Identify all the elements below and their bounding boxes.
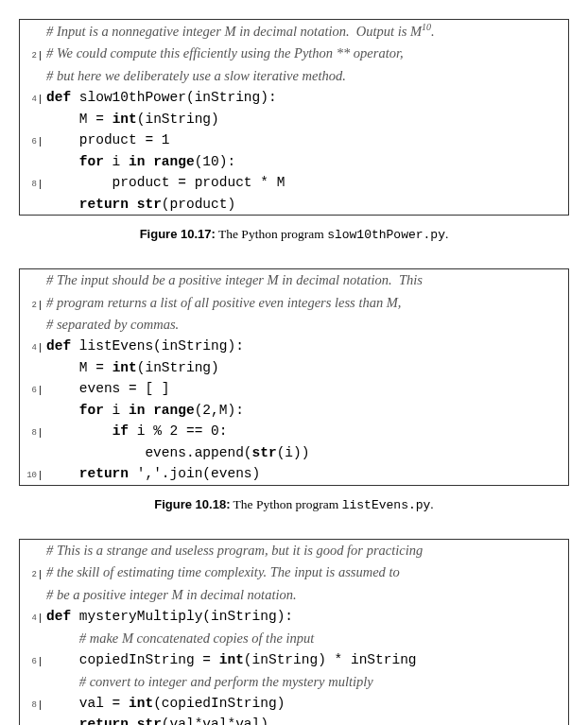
code-content: evens.append(str(i))	[41, 442, 309, 463]
code-line: 8 product = product * M	[20, 172, 568, 193]
line-number: 8	[20, 700, 41, 710]
code-keyword: return	[79, 466, 129, 481]
code-comment: # This is a strange and useless program,…	[46, 543, 423, 558]
line-number: 10	[20, 471, 41, 480]
code-keyword: return	[79, 716, 129, 725]
code-text: evens = [ ]	[46, 381, 170, 396]
code-content: return str(val*val*val)	[41, 714, 268, 725]
code-text: (10):	[195, 154, 236, 169]
code-text: i % 2 == 0:	[129, 423, 227, 439]
code-text: M =	[46, 360, 112, 375]
code-content: product = 1	[41, 129, 170, 150]
code-text: copiedInString =	[46, 652, 219, 667]
code-content: def slow10thPower(inString):	[41, 87, 277, 108]
code-line: # Input is a nonnegative integer M in de…	[20, 20, 568, 43]
code-line: 2# We could compute this efficiently usi…	[20, 43, 568, 64]
code-content: M = int(inString)	[41, 109, 219, 129]
code-text: (copiedInString)	[153, 696, 285, 711]
code-block-0: # Input is a nonnegative integer M in de…	[19, 19, 569, 216]
code-line: return str(val*val*val)	[20, 714, 568, 725]
code-keyword: in	[129, 403, 145, 418]
code-keyword: if	[112, 423, 129, 439]
figure-caption: Figure 10.17: The Python program slow10t…	[19, 227, 569, 242]
code-content: product = product * M	[41, 172, 285, 193]
code-comment: # Input is a nonnegative integer M in de…	[46, 24, 422, 39]
code-string: ','	[137, 466, 162, 481]
code-line: for i in range(2,M):	[20, 400, 568, 421]
code-text	[46, 154, 79, 169]
code-text	[129, 197, 137, 212]
code-block-1: # The input should be a positive integer…	[19, 268, 569, 486]
code-content: for i in range(2,M):	[41, 400, 244, 421]
code-content: # program returns a list of all positive…	[41, 292, 402, 314]
code-line: # but here we deliberately use a slow it…	[20, 65, 568, 87]
code-content: val = int(copiedInString)	[41, 693, 285, 714]
code-builtin: range	[153, 403, 195, 418]
code-line: # The input should be a positive integer…	[20, 269, 568, 291]
code-content: # The input should be a positive integer…	[41, 269, 423, 291]
code-text: product = 1	[46, 132, 170, 147]
code-line: # be a positive integer M in decimal not…	[20, 584, 568, 606]
code-line: M = int(inString)	[20, 357, 568, 378]
code-line: 4def listEvens(inString):	[20, 336, 568, 356]
code-text	[46, 423, 112, 439]
code-line: 6 copiedInString = int(inString) * inStr…	[20, 649, 568, 670]
code-text: slow10thPower(inString):	[71, 90, 277, 105]
code-content: def listEvens(inString):	[41, 336, 244, 356]
line-number: 2	[20, 301, 41, 310]
code-keyword: for	[79, 403, 104, 418]
caption-text: .	[445, 227, 448, 241]
code-text: (2,M):	[195, 403, 244, 418]
code-content: # be a positive integer M in decimal not…	[41, 584, 297, 606]
caption-text: .	[430, 497, 433, 511]
code-keyword: in	[129, 154, 145, 169]
code-text: evens.append(	[46, 445, 252, 460]
code-text	[46, 716, 79, 725]
line-number: 2	[20, 570, 41, 579]
code-content: # make M concatenated copies of the inpu…	[41, 628, 314, 649]
code-builtin: str	[137, 716, 162, 725]
code-builtin: str	[252, 445, 277, 460]
code-content: return str(product)	[41, 194, 235, 215]
line-number: 8	[20, 428, 41, 438]
code-text	[46, 631, 79, 647]
code-line: # convert to integer and perform the mys…	[20, 671, 568, 693]
code-content: M = int(inString)	[41, 357, 219, 378]
code-builtin: int	[112, 360, 137, 375]
code-line: 6 evens = [ ]	[20, 378, 568, 399]
code-keyword: for	[79, 154, 104, 169]
code-builtin: int	[219, 652, 244, 667]
line-number: 4	[20, 343, 41, 353]
code-builtin: int	[112, 112, 137, 127]
code-content: # the skill of estimating time complexit…	[41, 561, 400, 583]
line-number: 6	[20, 137, 41, 147]
code-line: # separated by commas.	[20, 314, 568, 336]
code-line: 10 return ','.join(evens)	[20, 463, 568, 484]
code-line: 2# program returns a list of all positiv…	[20, 292, 568, 314]
document-body: # Input is a nonnegative integer M in de…	[19, 19, 569, 725]
line-number: 6	[20, 657, 41, 666]
code-content: def mysteryMultiply(inString):	[41, 606, 293, 627]
code-comment: # be a positive integer M in decimal not…	[46, 587, 297, 602]
code-content: # convert to integer and perform the mys…	[41, 671, 373, 693]
code-keyword: def	[46, 609, 71, 624]
code-line: return str(product)	[20, 194, 568, 215]
code-content: for i in range(10):	[41, 151, 235, 172]
code-content: # We could compute this efficiently usin…	[41, 43, 404, 64]
code-line: # make M concatenated copies of the inpu…	[20, 628, 568, 649]
line-number: 6	[20, 386, 41, 395]
code-line: 6 product = 1	[20, 129, 568, 150]
code-text	[46, 197, 79, 212]
code-text: (inString)	[137, 360, 219, 375]
code-text: (product)	[162, 197, 235, 212]
code-builtin: str	[137, 197, 162, 212]
code-text: mysteryMultiply(inString):	[71, 609, 293, 624]
code-line: for i in range(10):	[20, 151, 568, 172]
code-text: product = product * M	[46, 175, 285, 190]
code-text	[145, 403, 153, 418]
code-text: .join(evens)	[162, 466, 260, 481]
code-comment: .	[431, 24, 435, 39]
caption-filename: slow10thPower.py	[327, 228, 445, 242]
code-block-2: # This is a strange and useless program,…	[19, 539, 569, 725]
code-comment: 10	[422, 22, 431, 32]
